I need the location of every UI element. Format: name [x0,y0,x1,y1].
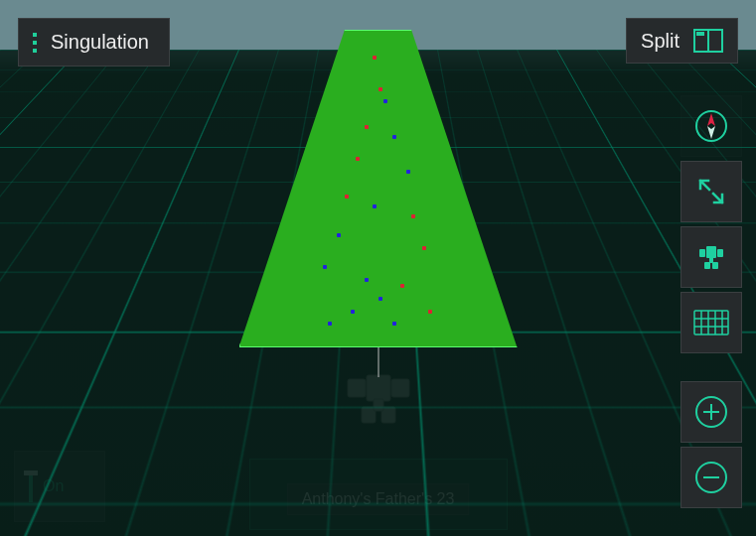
toggle-slider-icon [29,470,33,502]
tractor-icon [694,240,728,274]
svg-rect-0 [367,375,390,401]
tractor-view-button[interactable] [680,226,742,288]
expand-icon [695,176,727,207]
menu-icon [33,33,37,53]
svg-rect-17 [709,258,713,263]
keyboard-icon [693,310,729,335]
svg-rect-2 [391,379,409,397]
scene-3d-view[interactable]: Singulation Split [0,0,756,536]
svg-marker-11 [707,126,715,139]
field-name-chip[interactable]: Anthony's Father's 23 [287,483,470,515]
svg-rect-1 [348,379,366,397]
toggle-state-label: On [43,477,64,495]
svg-rect-16 [712,262,718,269]
view-toolbar [680,95,742,512]
keyboard-button[interactable] [680,292,742,353]
zoom-in-button[interactable] [680,381,742,443]
zoom-out-icon [693,460,729,495]
svg-rect-8 [696,32,704,36]
svg-marker-10 [707,113,715,126]
zoom-in-icon [693,394,729,430]
compass-icon [693,108,729,144]
mode-selector[interactable]: Singulation [18,18,170,67]
split-icon [693,29,723,53]
svg-rect-18 [694,311,728,335]
svg-rect-13 [699,249,705,257]
expand-button[interactable] [680,161,742,222]
svg-rect-15 [704,262,710,269]
field-name-label: Anthony's Father's 23 [302,490,455,507]
svg-rect-14 [717,249,723,257]
svg-rect-5 [374,399,383,411]
layer-toggle[interactable]: On [14,451,105,522]
zoom-out-button[interactable] [680,447,742,508]
field-name-highlight[interactable]: Anthony's Father's 23 [249,459,508,530]
svg-rect-12 [706,246,716,258]
mode-label: Singulation [51,31,149,54]
split-view-button[interactable]: Split [626,18,738,64]
tractor-marker [334,357,423,441]
compass-button[interactable] [680,95,742,157]
split-label: Split [641,30,680,53]
